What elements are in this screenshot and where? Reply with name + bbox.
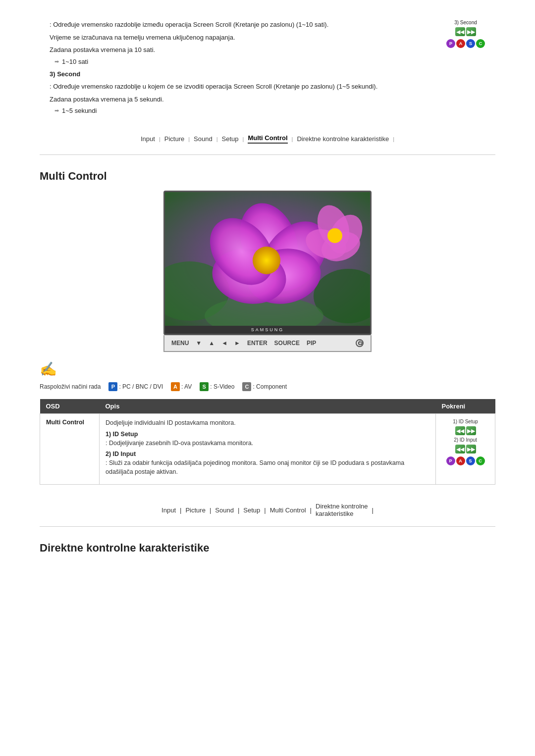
remote-icon: ✍ [40, 361, 535, 377]
top-image: 3) Second ◀◀ ▶▶ P A S C [446, 20, 485, 118]
table-row: Multi Control Dodjeljuje individualni ID… [40, 414, 495, 485]
osd-table: OSD Opis Pokreni Multi Control Dodjeljuj… [40, 399, 495, 485]
desc-title-1: 1) ID Setup [106, 431, 429, 438]
nav-bar-1: Input | Picture | Sound | Setup | Multi … [0, 128, 535, 150]
top-pasc: P A S C [446, 39, 485, 48]
ctrl-right[interactable]: ► [234, 340, 240, 347]
sep2-6: | [372, 506, 374, 514]
run-cell: 1) ID Setup ◀◀ ▶▶ 2) ID Input ◀◀ ▶▶ P A … [436, 414, 495, 485]
desc-body-1: : Dodjeljivanje zasebnih ID-ova postavka… [106, 439, 429, 448]
arr-left: ◀◀ [455, 27, 465, 36]
para1: : Određuje vremensko razdoblje između op… [50, 20, 436, 30]
sep3: | [216, 136, 218, 142]
mode-comp: C: Component [242, 382, 287, 391]
nav1-direktne[interactable]: Direktne kontrolne karakteristike [297, 135, 389, 143]
badge-s: S [200, 382, 209, 391]
sep1: | [159, 136, 160, 142]
multi-control-heading: Multi Control [0, 160, 535, 191]
ctrl-left[interactable]: ◄ [221, 340, 227, 347]
ctrl-menu[interactable]: MENU [171, 340, 189, 347]
mode-sv: S: S-Video [200, 382, 234, 391]
badge-p: P [108, 382, 117, 391]
monitor-area: SAMSUNG MENU ▼ ▲ ◄ ► ENTER SOURCE PIP ⏻ [0, 191, 535, 357]
sep2-4: | [264, 506, 266, 514]
nav1-picture[interactable]: Picture [164, 135, 184, 143]
arrow-icon: ➡ [54, 58, 59, 65]
badge-c: C [242, 382, 251, 391]
divider-1 [40, 154, 495, 155]
ctrl-enter[interactable]: ENTER [247, 340, 268, 347]
desc-main: Dodjeljuje individualni ID postavkama mo… [106, 419, 429, 428]
sep2: | [188, 136, 190, 142]
top-section: : Određuje vremensko razdoblje između op… [0, 0, 535, 128]
run-arrows-2: ◀◀ ▶▶ [455, 445, 476, 454]
run-pasc: P A S C [446, 456, 485, 465]
osd-cell: Multi Control [40, 414, 100, 485]
th-pokreni: Pokreni [436, 399, 495, 414]
divider-2 [40, 526, 495, 527]
para2: Vrijeme se izračunava na temelju vremena… [50, 33, 436, 43]
ctrl-down[interactable]: ▼ [196, 340, 202, 347]
arr1-l: ◀◀ [455, 426, 465, 435]
sep2-5: | [310, 506, 312, 514]
nav1-multicontrol[interactable]: Multi Control [248, 134, 287, 144]
title-3rd: 3) Second [50, 69, 436, 79]
pasc-c: C [476, 39, 485, 48]
monitor-brand: SAMSUNG [165, 326, 370, 334]
nav-bar-2: Input | Picture | Sound | Setup | Multi … [0, 495, 535, 521]
ctrl-pip[interactable]: PIP [307, 340, 316, 347]
pasc2-s: S [466, 456, 475, 465]
nav2-input[interactable]: Input [161, 506, 176, 514]
run-arrows-1: ◀◀ ▶▶ [455, 426, 476, 435]
svg-point-14 [327, 228, 342, 243]
desc-body-2: : Služi za odabir funkcija odašiljača po… [106, 459, 429, 476]
sep2-3: | [238, 506, 239, 514]
monitor-display-svg [165, 192, 370, 326]
th-osd: OSD [40, 399, 100, 414]
badge-a: A [171, 382, 180, 391]
run-label-2: 2) ID Input [454, 437, 477, 443]
th-opis: Opis [100, 399, 436, 414]
sep6: | [393, 136, 394, 142]
nav2-multicontrol[interactable]: Multi Control [270, 506, 306, 514]
pasc-s: S [466, 39, 475, 48]
default1-text: 1~10 sati [62, 58, 88, 65]
pasc2-p: P [446, 456, 455, 465]
run-icon-group: 1) ID Setup ◀◀ ▶▶ 2) ID Input ◀◀ ▶▶ P A … [442, 419, 489, 465]
modes-label: Raspoloživi načini rada [40, 383, 101, 390]
sep2-2: | [210, 506, 211, 514]
pasc2-a: A [456, 456, 465, 465]
monitor-frame: SAMSUNG [163, 191, 372, 335]
ctrl-up[interactable]: ▲ [209, 340, 214, 347]
arrow-icon2: ➡ [54, 107, 59, 114]
nav2-setup[interactable]: Setup [243, 506, 260, 514]
power-button[interactable]: ⏻ [356, 339, 364, 347]
modes-row: Raspoloživi načini rada P: PC / BNC / DV… [0, 377, 535, 399]
desc-title-2: 2) ID Input [106, 451, 429, 457]
sep2-1: | [180, 506, 181, 514]
top-dbl-arrow: ◀◀ ▶▶ [455, 27, 476, 36]
pasc2-c: C [476, 456, 485, 465]
image-label: 3) Second [454, 20, 477, 25]
default2-text: 1~5 sekundi [62, 107, 97, 114]
sep5: | [292, 136, 293, 142]
default1-row: ➡ 1~10 sati [54, 58, 436, 65]
nav2-picture[interactable]: Picture [185, 506, 205, 514]
arr2-l: ◀◀ [455, 445, 465, 454]
last-section-heading: Direktne kontrolne karakteristike [0, 532, 535, 559]
nav2-sound[interactable]: Sound [215, 506, 234, 514]
nav1-sound[interactable]: Sound [194, 135, 213, 143]
nav2-direktne[interactable]: Direktne kontrolnekarakteristike [316, 503, 368, 517]
svg-point-9 [253, 247, 280, 274]
monitor-controls: MENU ▼ ▲ ◄ ► ENTER SOURCE PIP ⏻ [163, 335, 372, 352]
pasc-p: P [446, 39, 455, 48]
ctrl-source[interactable]: SOURCE [274, 340, 300, 347]
para3: Zadana postavka vremena ja 10 sati. [50, 45, 436, 55]
sep4: | [243, 136, 244, 142]
mode-pc: P: PC / BNC / DVI [108, 382, 163, 391]
nav1-setup[interactable]: Setup [222, 135, 239, 143]
nav1-input[interactable]: Input [141, 135, 155, 143]
arr2-r: ▶▶ [466, 445, 476, 454]
mode-av: A: AV [171, 382, 192, 391]
monitor-screen [165, 192, 370, 326]
